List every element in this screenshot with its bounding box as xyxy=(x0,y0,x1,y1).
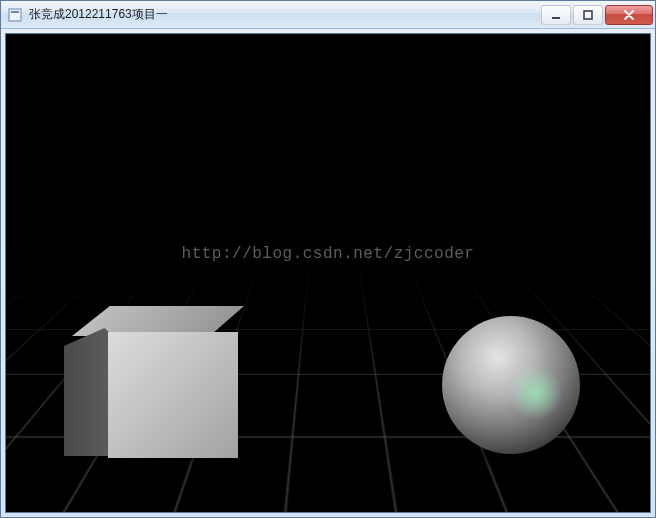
svg-rect-2 xyxy=(552,17,560,19)
title-bar[interactable]: 张竞成2012211763项目一 xyxy=(1,1,655,29)
minimize-button[interactable] xyxy=(541,5,571,25)
cube-object xyxy=(64,306,244,456)
svg-rect-0 xyxy=(9,9,21,21)
app-icon xyxy=(7,7,23,23)
viewport[interactable]: http://blog.csdn.net/zjccoder xyxy=(5,33,651,513)
svg-rect-1 xyxy=(11,11,19,13)
scene-3d: http://blog.csdn.net/zjccoder xyxy=(6,34,650,512)
svg-rect-3 xyxy=(584,11,592,19)
window-controls xyxy=(539,5,653,25)
sphere-object xyxy=(442,316,580,454)
maximize-button[interactable] xyxy=(573,5,603,25)
close-button[interactable] xyxy=(605,5,653,25)
window-title: 张竞成2012211763项目一 xyxy=(29,6,539,23)
window-frame: 张竞成2012211763项目一 xyxy=(0,0,656,518)
